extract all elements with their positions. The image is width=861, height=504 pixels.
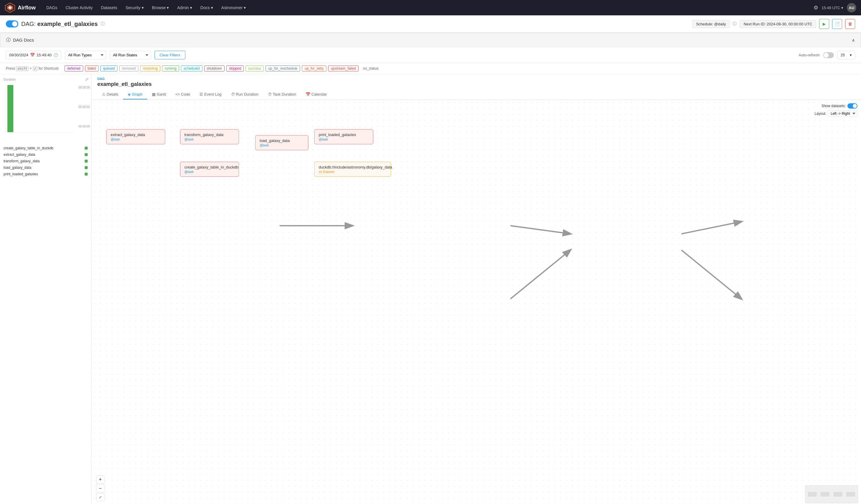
task-item[interactable]: transform_galaxy_data — [1, 158, 90, 164]
dag-header: DAG: example_etl_galaxies ⓘ Schedule: @d… — [0, 15, 861, 33]
next-run-badge: Next Run ID: 2024-09-30, 00:00:00 UTC — [740, 20, 816, 28]
status-tag-failed[interactable]: failed — [85, 66, 99, 71]
auto-refresh-toggle[interactable] — [823, 52, 834, 58]
node-extract-name: extract_galaxy_data — [111, 133, 161, 137]
nav-links: DAGs Cluster Activity Datasets Security … — [43, 3, 811, 12]
dag-name-text: example_etl_galaxies — [37, 21, 98, 27]
status-tag-shutdown[interactable]: shutdown — [204, 66, 224, 71]
next-run-label: Next Run ID: 2024-09-30, 00:00:00 UTC — [743, 22, 812, 26]
dag-docs-chevron-icon: ∧ — [852, 38, 855, 42]
task-list: create_galaxy_table_in_duckdb extract_ga… — [0, 145, 91, 177]
task-name: extract_galaxy_data — [3, 152, 35, 157]
trigger-dag-button[interactable]: ▶ — [819, 19, 829, 29]
refresh-count[interactable]: 25 ▾ — [837, 51, 855, 59]
expand-icon[interactable]: ⤢ — [85, 77, 89, 82]
zoom-in-button[interactable]: + — [96, 475, 105, 483]
nav-dags[interactable]: DAGs — [43, 3, 61, 12]
tab-code[interactable]: <> Code — [171, 90, 195, 99]
calendar-icon: 📅 — [30, 53, 35, 57]
clear-filters-button[interactable]: Clear Filters — [155, 51, 185, 59]
delete-dag-button[interactable]: 🗑 — [845, 19, 855, 29]
node-print-loaded-galaxies[interactable]: print_loaded_galaxies @task — [314, 129, 373, 144]
auto-refresh-label: Auto-refresh — [798, 53, 820, 57]
refresh-count-chevron: ▾ — [850, 53, 852, 57]
node-create-name: create_galaxy_table_in_duckdb — [184, 165, 235, 169]
nav-cluster[interactable]: Cluster Activity — [62, 3, 96, 12]
task-status-dot — [85, 173, 87, 176]
task-status-dot — [85, 166, 87, 169]
duration-bar-chart — [6, 85, 73, 133]
schedule-info-icon[interactable]: ⓘ — [733, 21, 737, 27]
svg-line-5 — [510, 250, 570, 299]
tab-graph[interactable]: ◈ Graph — [123, 90, 147, 99]
task-item[interactable]: extract_galaxy_data — [1, 151, 90, 158]
status-tag-up_for_retry[interactable]: up_for_retry — [302, 66, 326, 71]
task-item[interactable]: create_galaxy_table_in_duckdb — [1, 145, 90, 151]
layout-select[interactable]: Left -> Right — [828, 110, 858, 117]
nav-browse[interactable]: Browse ▾ — [148, 3, 173, 12]
user-avatar[interactable]: AU — [847, 3, 856, 12]
dag-active-toggle[interactable] — [6, 21, 18, 27]
tab-run-duration[interactable]: ⏱ Run Duration — [226, 90, 263, 99]
tab-event-log[interactable]: ☰ Event Log — [195, 90, 226, 99]
show-datasets-toggle[interactable] — [847, 103, 858, 109]
node-load-name: load_galaxy_data — [260, 138, 304, 143]
status-tag-queued[interactable]: queued — [100, 66, 118, 71]
task-item[interactable]: print_loaded_galaxies — [1, 171, 90, 177]
status-tag-scheduled[interactable]: scheduled — [181, 66, 202, 71]
svg-line-7 — [681, 250, 741, 299]
status-tag-success[interactable]: success — [246, 66, 263, 71]
top-navigation: Airflow DAGs Cluster Activity Datasets S… — [0, 0, 861, 15]
nav-docs[interactable]: Docs ▾ — [197, 3, 217, 12]
dag-doc-button[interactable]: 📄 — [832, 19, 842, 29]
nav-security[interactable]: Security ▾ — [122, 3, 147, 12]
node-transform-galaxy-data[interactable]: transform_galaxy_data @task — [180, 129, 239, 144]
dag-graph-name: example_etl_galaxies — [97, 81, 855, 87]
status-tag-upstream_failed[interactable]: upstream_failed — [328, 66, 358, 71]
zoom-controls: + − ⤢ — [96, 475, 105, 501]
node-extract-galaxy-data[interactable]: extract_galaxy_data @task — [106, 129, 165, 144]
zoom-out-button[interactable]: − — [96, 484, 105, 492]
graph-tabs: ⚠ Details ◈ Graph ▦ Gantt <> Code ☰ Even… — [97, 90, 855, 99]
dag-docs-section[interactable]: ⓘ DAG Docs ∧ — [0, 33, 861, 47]
status-tag-running[interactable]: running — [162, 66, 179, 71]
node-dataset[interactable]: duckdb://include/astronomy.db/galaxy_dat… — [314, 162, 391, 177]
tab-calendar[interactable]: 📅 Calendar — [301, 90, 332, 99]
zoom-fit-button[interactable]: ⤢ — [96, 493, 105, 501]
nav-datasets[interactable]: Datasets — [97, 3, 121, 12]
task-status-dot — [85, 160, 87, 163]
task-item[interactable]: load_galaxy_data — [1, 164, 90, 171]
task-name: print_loaded_galaxies — [3, 172, 38, 176]
nav-astronomer[interactable]: Astronomer ▾ — [218, 3, 249, 12]
status-shortcuts-bar: Press shift + / for Shortcuts deferredfa… — [0, 63, 861, 74]
run-states-dropdown[interactable]: All Run States — [110, 51, 151, 59]
nav-admin[interactable]: Admin ▾ — [174, 3, 196, 12]
task-name: transform_galaxy_data — [3, 159, 40, 163]
status-tag-up_for_reschedule[interactable]: up_for_reschedule — [265, 66, 300, 71]
main-content: ⤢ Duration 00:00:05 00:00:02 00:00:00 cr… — [0, 74, 861, 504]
status-tag-removed[interactable]: removed — [119, 66, 138, 71]
status-tags-container: deferredfailedqueuedremovedrestartingrun… — [65, 66, 381, 71]
graph-arrows-svg — [92, 100, 861, 504]
node-load-galaxy-data[interactable]: load_galaxy_data @task — [255, 135, 308, 150]
dag-graph-header: DAG example_etl_galaxies ⚠ Details ◈ Gra… — [92, 74, 861, 100]
duration-bar-1 — [8, 85, 13, 132]
status-tag-no_status[interactable]: no_status — [360, 66, 381, 71]
left-panel: ⤢ Duration 00:00:05 00:00:02 00:00:00 cr… — [0, 74, 92, 504]
graph-content: Show datasets: Layout: Left -> Right — [92, 100, 861, 504]
tab-gantt[interactable]: ▦ Gantt — [147, 90, 170, 99]
run-types-dropdown[interactable]: All Run Types — [65, 51, 106, 59]
tab-details[interactable]: ⚠ Details — [97, 90, 123, 99]
tab-task-duration[interactable]: ⏱ Task Duration — [263, 90, 301, 99]
time-display[interactable]: 15:49 UTC ▾ — [822, 5, 843, 10]
date-picker[interactable]: 09/30/2024 📅 15:49:40 🕐 — [6, 51, 62, 59]
status-tag-restarting[interactable]: restarting — [140, 66, 160, 71]
status-tag-skipped[interactable]: skipped — [226, 66, 244, 71]
dag-docs-label: DAG Docs — [13, 38, 34, 42]
layout-row: Layout: Left -> Right — [815, 110, 858, 117]
node-create-galaxy-table[interactable]: create_galaxy_table_in_duckdb @task — [180, 162, 239, 177]
status-tag-deferred[interactable]: deferred — [65, 66, 83, 71]
brand-logo[interactable]: Airflow — [5, 2, 36, 13]
dag-info-icon[interactable]: ⓘ — [100, 21, 105, 27]
settings-icon[interactable]: ⚙ — [814, 4, 818, 11]
